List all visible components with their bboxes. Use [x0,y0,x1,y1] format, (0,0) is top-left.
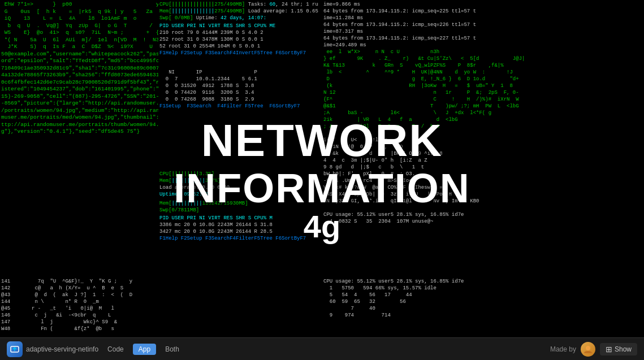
terminal-bottom-right: CPU usage: 55.12% user5 28.1% sys, 16.85… [322,277,644,333]
show-label: Show [615,345,632,353]
toolbar-right: Made by ⊞ Show [550,342,637,357]
toolbar-left: adaptive-serving-netinfo Code App Both [7,341,550,357]
both-tab-button[interactable]: Both [159,344,185,355]
bottom-toolbar: adaptive-serving-netinfo Code App Both M… [0,337,644,360]
made-by-label: Made by [550,345,576,353]
code-tab-button[interactable]: Code [102,344,129,355]
htop-center-bot: CPU[|||||||||3.3%] Mem[|||||||||||3.7%] … [158,170,322,266]
avatar [581,342,595,357]
htop-center-mid: NI IP P 0 7 10.0.1.2344 5 6.1 0 0 31520 … [158,68,322,170]
terminal-bottom-left: 141 7q "U ^G&F}!_ Y "K G ; y 142 c@ a h … [0,277,322,333]
htop-center-top: CPU[||||||||||||||275/490MB] Tasks: 60, … [158,0,322,68]
svg-point-1 [586,346,590,350]
show-icon: ⊞ [606,345,612,354]
app-icon [7,341,23,357]
terminal-background: EhW 7*1=> } p00 y hC k [h0 ( 9 z G 0us [… [0,0,644,360]
app-name-label: adaptive-serving-netinfo [26,345,98,353]
app-tab-button[interactable]: App [133,344,156,355]
show-button[interactable]: ⊞ Show [600,343,637,355]
